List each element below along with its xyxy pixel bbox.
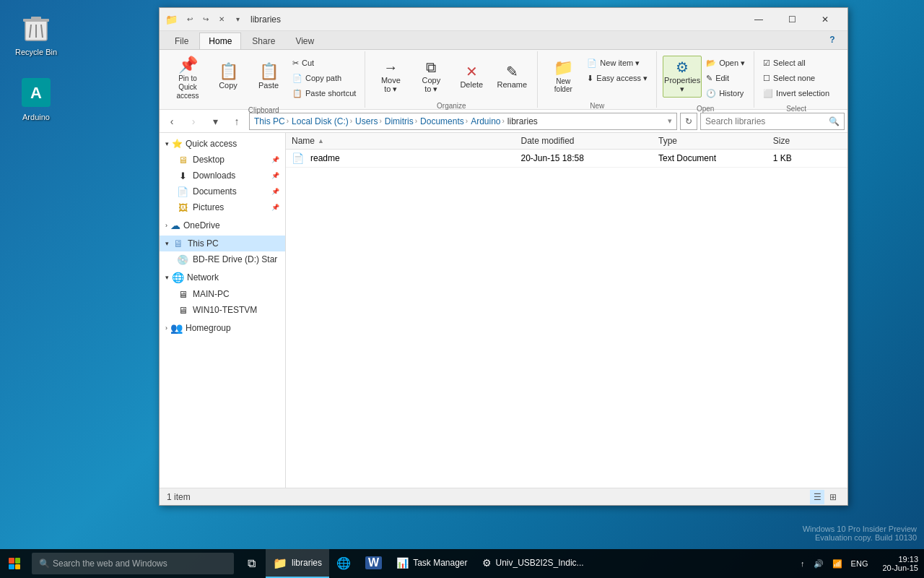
- desktop-icon-recycle-bin[interactable]: Recycle Bin: [7, 7, 65, 59]
- taskbar-app-file-explorer[interactable]: 📁 libraries: [266, 549, 329, 578]
- open-button[interactable]: 📂 Open ▾: [703, 56, 748, 70]
- task-view-button[interactable]: ⧉: [237, 549, 266, 578]
- breadcrumb-local-disk[interactable]: Local Disk (C:) ›: [292, 116, 352, 126]
- file-size-cell: 1 KB: [773, 153, 842, 163]
- minimize-button[interactable]: —: [742, 8, 775, 31]
- select-none-button[interactable]: ☐ Select none: [760, 71, 832, 85]
- desktop-icon-arduino[interactable]: A Arduino: [7, 72, 65, 124]
- col-header-type[interactable]: Type: [658, 136, 773, 146]
- easy-access-button[interactable]: ⬇ Easy access ▾: [584, 71, 650, 85]
- desktop: Recycle Bin A Arduino 📁 ↩ ↪ ✕ ▾ librarie…: [0, 0, 924, 578]
- taskbar-apps: 📁 libraries 🌐 W 📊 Task Manager ⚙ Univ_US…: [266, 549, 591, 578]
- col-header-date[interactable]: Date modified: [521, 136, 659, 146]
- help-button[interactable]: ?: [823, 30, 842, 49]
- ie-icon: 🌐: [336, 556, 351, 570]
- history-button[interactable]: 🕐 History: [703, 86, 748, 100]
- paste-shortcut-button[interactable]: 📋 Paste shortcut: [289, 86, 359, 100]
- properties-button[interactable]: ⚙ Properties ▾: [663, 56, 702, 98]
- tray-language-button[interactable]: ENG: [848, 558, 871, 569]
- breadcrumb-arduino[interactable]: Arduino ›: [471, 116, 505, 126]
- sidebar-item-main-pc[interactable]: 🖥 MAIN-PC: [160, 286, 285, 302]
- breadcrumb-libraries[interactable]: libraries: [507, 116, 538, 126]
- sidebar-item-win10-testvm[interactable]: 🖥 WIN10-TESTVM: [160, 302, 285, 318]
- tab-view[interactable]: View: [286, 33, 323, 49]
- taskbar-app-ie[interactable]: 🌐: [329, 549, 358, 578]
- ribbon-group-organize: → Moveto ▾ ⧉ Copyto ▾ ✕ Delete ✎: [365, 51, 538, 108]
- new-folder-button[interactable]: 📁 Newfolder: [544, 56, 583, 98]
- bd-re-icon: 💿: [177, 254, 188, 265]
- tray-expand-button[interactable]: ↑: [798, 558, 808, 569]
- sidebar-item-desktop[interactable]: 🖥 Desktop 📌: [160, 152, 285, 168]
- taskbar-tray: ↑ 🔊 📶 ENG: [792, 549, 876, 578]
- delete-button[interactable]: ✕ Delete: [452, 56, 491, 98]
- sidebar-header-this-pc[interactable]: ▾ 🖥 This PC: [160, 236, 285, 251]
- sidebar-header-quick-access[interactable]: ▾ ⭐ Quick access: [160, 136, 285, 152]
- taskbar-clock[interactable]: 19:13 20-Jun-15: [876, 555, 924, 572]
- sidebar-item-downloads[interactable]: ⬇ Downloads 📌: [160, 168, 285, 184]
- sidebar-item-bd-re-drive[interactable]: 💿 BD-RE Drive (D:) Star: [160, 251, 285, 267]
- preview-view-button[interactable]: ⊞: [826, 490, 840, 504]
- details-view-button[interactable]: ☰: [810, 490, 824, 504]
- search-icon[interactable]: 🔍: [829, 116, 840, 126]
- qat-dropdown[interactable]: ▾: [230, 12, 245, 27]
- copy-path-button[interactable]: 📄 Copy path: [289, 71, 359, 85]
- properties-label: Properties ▾: [664, 76, 700, 94]
- col-header-name[interactable]: Name ▲: [292, 136, 521, 146]
- sidebar-item-pictures[interactable]: 🖼 Pictures 📌: [160, 199, 285, 215]
- qat-delete[interactable]: ✕: [214, 12, 229, 27]
- maximize-button[interactable]: ☐: [775, 8, 808, 31]
- refresh-button[interactable]: ↻: [680, 113, 697, 130]
- search-input[interactable]: [705, 116, 826, 126]
- sidebar-header-onedrive[interactable]: › ☁ OneDrive: [160, 217, 285, 234]
- invert-selection-button[interactable]: ⬜ Invert selection: [760, 86, 832, 100]
- start-button[interactable]: [0, 549, 29, 578]
- sidebar-section-homegroup: › 👥 Homegroup: [160, 319, 285, 337]
- close-button[interactable]: ✕: [808, 8, 842, 31]
- taskbar-app-task-manager[interactable]: 📊 Task Manager: [389, 549, 474, 578]
- qat-undo[interactable]: ↩: [183, 12, 197, 27]
- quick-access-label: Quick access: [186, 139, 237, 149]
- tab-home[interactable]: Home: [199, 33, 241, 49]
- tray-speaker-icon[interactable]: 🔊: [811, 558, 827, 570]
- copy-to-button[interactable]: ⧉ Copyto ▾: [411, 56, 450, 98]
- taskbar-search-bar[interactable]: 🔍 Search the web and Windows: [32, 553, 234, 574]
- edit-label: Edit: [715, 74, 729, 82]
- qat-redo[interactable]: ↪: [199, 12, 213, 27]
- breadcrumb-documents[interactable]: Documents ›: [420, 116, 468, 126]
- sidebar-header-network[interactable]: ▾ 🌐 Network: [160, 269, 285, 286]
- sidebar-header-homegroup[interactable]: › 👥 Homegroup: [160, 319, 285, 337]
- quick-access-toolbar: 📁 ↩ ↪ ✕ ▾: [165, 12, 245, 27]
- ribbon-group-new-content: 📁 Newfolder 📄 New item ▾ ⬇ Easy access ▾: [542, 53, 652, 100]
- table-row[interactable]: 📄 readme 20-Jun-15 18:58 Text Document 1…: [286, 150, 847, 168]
- sidebar-item-documents[interactable]: 📄 Documents 📌: [160, 184, 285, 199]
- rename-button[interactable]: ✎ Rename: [492, 56, 531, 98]
- quick-access-expand-icon: ▾: [165, 140, 169, 147]
- col-header-size[interactable]: Size: [773, 136, 842, 146]
- recycle-bin-label: Recycle Bin: [15, 48, 57, 56]
- ribbon-group-new: 📁 Newfolder 📄 New item ▾ ⬇ Easy access ▾: [538, 51, 657, 108]
- breadcrumb-dimitris[interactable]: Dimitris ›: [385, 116, 417, 126]
- tab-share[interactable]: Share: [243, 33, 284, 49]
- new-item-button[interactable]: 📄 New item ▾: [584, 56, 650, 70]
- invert-label: Invert selection: [776, 89, 829, 98]
- ribbon-group-open-content: ⚙ Properties ▾ 📂 Open ▾ ✎ Edit: [661, 53, 749, 103]
- move-to-button[interactable]: → Moveto ▾: [371, 56, 410, 98]
- paste-shortcut-label: Paste shortcut: [305, 89, 356, 98]
- taskbar-app-usb[interactable]: ⚙ Univ_USB2I2S_Indic...: [475, 549, 591, 578]
- breadcrumb-users[interactable]: Users ›: [355, 116, 382, 126]
- tab-file[interactable]: File: [165, 33, 198, 49]
- tray-network-icon[interactable]: 📶: [829, 558, 845, 570]
- taskbar-app-word[interactable]: W: [358, 549, 389, 578]
- select-all-button[interactable]: ☑ Select all: [760, 56, 832, 70]
- file-explorer-taskbar-icon: 📁: [273, 556, 287, 570]
- edit-button[interactable]: ✎ Edit: [703, 71, 748, 85]
- move-to-icon: →: [383, 60, 398, 74]
- copy-button[interactable]: 📋 Copy: [209, 56, 248, 98]
- paste-button[interactable]: 📋 Paste: [249, 56, 288, 98]
- pin-quick-access-button[interactable]: 📌 Pin to Quickaccess: [168, 56, 207, 102]
- pin-label: Pin to Quickaccess: [170, 74, 206, 100]
- cut-button[interactable]: ✂ Cut: [289, 56, 359, 70]
- pictures-pin-icon: 📌: [271, 204, 279, 211]
- breadcrumb-this-pc[interactable]: This PC ›: [254, 116, 289, 126]
- pictures-folder-icon: 🖼: [177, 202, 188, 213]
